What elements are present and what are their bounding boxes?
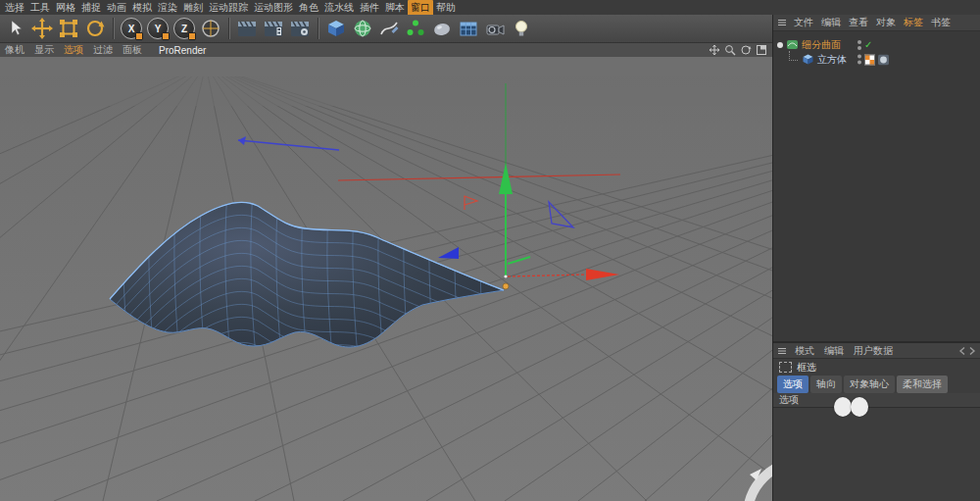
active-tool-name: 框选: [797, 361, 816, 375]
mograph-icon: [405, 18, 426, 39]
om-menu-edit[interactable]: 编辑: [817, 16, 845, 29]
menu-item-window[interactable]: 窗口: [408, 0, 433, 16]
visibility-dots[interactable]: [858, 40, 861, 50]
phong-tag-icon[interactable]: [878, 54, 889, 65]
menu-item-mograph[interactable]: 运动图形: [251, 0, 296, 16]
zoom-view-icon[interactable]: [724, 44, 736, 56]
tool-option-tabs: 选项 轴向 对象轴心 柔和选择: [773, 376, 980, 393]
y-axis-lock-button[interactable]: Y: [147, 18, 169, 39]
tab-object-axis[interactable]: 对象轴心: [844, 376, 895, 393]
active-tool-header: 框选: [773, 359, 980, 376]
axis-badge: [135, 32, 143, 40]
viewport-menu-options[interactable]: 选项: [59, 43, 88, 57]
maximize-view-icon[interactable]: [756, 44, 767, 56]
render-clapper-icon: [236, 18, 258, 39]
cube-icon: [325, 18, 347, 39]
cube-object-icon: [802, 53, 814, 66]
object-row-cube[interactable]: 立方体: [773, 52, 980, 67]
layer-color-dot[interactable]: [777, 42, 783, 48]
menu-item-sculpt[interactable]: 雕刻: [180, 0, 206, 16]
rectangle-selection-icon: [779, 362, 792, 373]
om-menu-file[interactable]: 文件: [790, 16, 817, 29]
render-settings-icon: [289, 18, 311, 39]
menu-item-pipeline[interactable]: 流水线: [321, 0, 357, 16]
viewport-nav-controls: [709, 44, 772, 56]
tab-axis[interactable]: 轴向: [810, 376, 842, 393]
viewport-menu-camera[interactable]: 像机: [0, 43, 29, 57]
attribute-body: [773, 408, 980, 501]
om-menu-bookmarks[interactable]: 书签: [927, 16, 955, 29]
viewport-menu-display[interactable]: 显示: [29, 43, 59, 57]
orbit-view-icon[interactable]: [740, 44, 752, 56]
menu-item-select[interactable]: 选择: [2, 0, 27, 16]
menu-item-render[interactable]: 渲染: [155, 0, 180, 16]
object-manager-menubar: 文件 编辑 查看 对象 标签 书签: [773, 15, 980, 31]
options-section-label: 选项: [779, 393, 799, 407]
axis-badge: [188, 32, 196, 40]
object-label[interactable]: 细分曲面: [802, 38, 841, 52]
add-generator-button[interactable]: [350, 16, 375, 41]
tab-soft-selection[interactable]: 柔和选择: [897, 376, 948, 393]
environment-button[interactable]: [456, 16, 481, 41]
render-to-picture-viewer-button[interactable]: [261, 16, 286, 41]
options-section-header[interactable]: 选项: [773, 393, 980, 408]
am-menu-user-data[interactable]: 用户数据: [849, 344, 898, 358]
coordinate-system-icon: [200, 18, 221, 39]
visibility-dots[interactable]: [858, 55, 861, 65]
mograph-button[interactable]: [403, 16, 428, 41]
toolbar-separator: [113, 18, 114, 39]
menu-item-script[interactable]: 脚本: [382, 0, 408, 16]
rotate-tool-button[interactable]: [82, 16, 108, 41]
tab-options[interactable]: 选项: [777, 376, 808, 393]
render-picture-icon: [263, 18, 284, 39]
om-menu-view[interactable]: 查看: [845, 16, 872, 29]
add-spline-button[interactable]: [376, 16, 402, 41]
back-arrow-icon[interactable]: [958, 346, 966, 356]
object-row-subdivision-surface[interactable]: 细分曲面 ✓: [773, 37, 980, 52]
deformer-button[interactable]: [429, 16, 455, 41]
light-button[interactable]: [509, 16, 534, 41]
am-menu-edit[interactable]: 编辑: [819, 344, 849, 358]
viewport-menubar: 像机 显示 选项 过滤 面板 ProRender: [0, 43, 772, 57]
move-tool-button[interactable]: [29, 16, 55, 41]
rotate-icon: [84, 18, 106, 39]
live-selection-button[interactable]: [3, 16, 28, 41]
move-icon: [31, 18, 53, 39]
pan-view-icon[interactable]: [709, 44, 720, 56]
om-menu-objects[interactable]: 对象: [872, 16, 900, 29]
coordinate-system-button[interactable]: [198, 16, 223, 41]
deformer-icon: [431, 18, 453, 39]
om-menu-tags[interactable]: 标签: [900, 16, 927, 29]
menu-item-mesh[interactable]: 网格: [53, 0, 78, 16]
texture-tag-icon[interactable]: [864, 54, 875, 65]
x-axis-lock-button[interactable]: X: [121, 18, 142, 39]
menu-item-motion-tracker[interactable]: 运动跟踪: [206, 0, 251, 16]
add-cube-button[interactable]: [323, 16, 349, 41]
menu-item-character[interactable]: 角色: [296, 0, 321, 16]
tree-connector: [789, 51, 798, 61]
object-label[interactable]: 立方体: [817, 53, 847, 67]
render-view-button[interactable]: [234, 16, 260, 41]
menu-item-tools[interactable]: 工具: [27, 0, 53, 16]
menu-item-animate[interactable]: 动画: [104, 0, 129, 16]
render-settings-button[interactable]: [287, 16, 313, 41]
viewport-menu-prorender[interactable]: ProRender: [147, 45, 206, 56]
viewport-menu-panel[interactable]: 面板: [118, 43, 147, 57]
object-toggles: ✓: [858, 40, 872, 50]
viewport-canvas[interactable]: [0, 57, 772, 501]
menu-item-help[interactable]: 帮助: [433, 0, 459, 16]
hamburger-icon[interactable]: [777, 18, 787, 27]
camera-button[interactable]: [482, 16, 508, 41]
menu-item-plugins[interactable]: 插件: [357, 0, 382, 16]
y-axis-label: Y: [155, 24, 162, 34]
hamburger-icon[interactable]: [777, 346, 787, 356]
object-tree: 细分曲面 ✓ 立方体: [773, 31, 980, 341]
menu-item-simulate[interactable]: 模拟: [129, 0, 155, 16]
z-axis-lock-button[interactable]: Z: [173, 18, 195, 39]
forward-arrow-icon[interactable]: [968, 346, 976, 356]
menu-item-snap[interactable]: 捕捉: [78, 0, 104, 16]
am-menu-mode[interactable]: 模式: [790, 344, 819, 358]
enabled-check-icon[interactable]: ✓: [864, 40, 872, 50]
scale-tool-button[interactable]: [56, 16, 81, 41]
viewport-menu-filter[interactable]: 过滤: [88, 43, 118, 57]
